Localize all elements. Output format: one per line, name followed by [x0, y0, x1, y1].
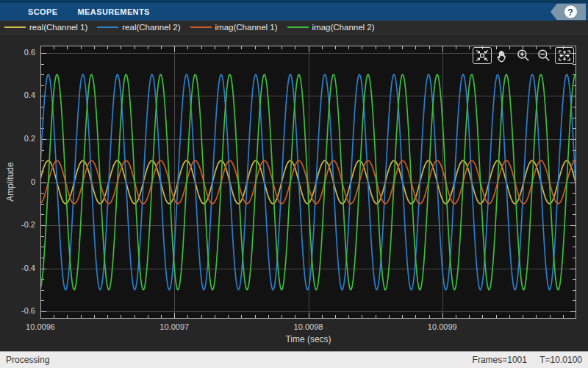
plot-canvas[interactable] — [40, 46, 576, 319]
scale-to-fit-icon — [474, 49, 490, 63]
y-axis-label: Amplitude — [5, 162, 15, 201]
legend-line-swatch — [287, 26, 309, 28]
scale-to-fit-button[interactable] — [473, 47, 492, 64]
frames-counter: Frames=1001 — [473, 355, 527, 365]
legend-line-swatch — [190, 26, 212, 28]
expand-arrows-icon — [556, 49, 573, 63]
x-tick-label: 10.0099 — [428, 322, 457, 331]
question-mark-icon: ? — [564, 6, 577, 18]
legend-entry[interactable]: real(Channel 1) — [4, 23, 87, 32]
y-tick-label: 0.4 — [12, 91, 35, 99]
legend-label: real(Channel 1) — [29, 23, 87, 32]
plot-toolbar — [473, 47, 574, 64]
y-tick-label: -0.2 — [12, 220, 35, 229]
hand-icon — [495, 49, 511, 63]
pan-button[interactable] — [493, 47, 512, 64]
plot-region: Amplitude Time (secs) — [0, 35, 588, 351]
series-imag-channel-2- — [40, 74, 576, 290]
toolstrip-tabs: SCOPEMEASUREMENTS — [28, 3, 150, 21]
legend-bar: real(Channel 1)real(Channel 2)imag(Chann… — [0, 21, 588, 35]
y-tick-label: 0.6 — [12, 48, 35, 57]
legend-line-swatch — [4, 26, 26, 28]
legend-entry[interactable]: real(Channel 2) — [97, 23, 180, 32]
zoom-in-icon — [516, 49, 531, 63]
x-tick-label: 10.0098 — [294, 322, 323, 331]
series-real-channel-2- — [40, 74, 576, 290]
x-tick-label: 10.0096 — [26, 322, 55, 331]
x-tick-label: 10.0097 — [159, 322, 189, 331]
status-bar: Processing Frames=1001 T=10.0100 — [0, 351, 588, 368]
legend-label: imag(Channel 2) — [312, 23, 375, 32]
tab-scope[interactable]: SCOPE — [28, 3, 58, 21]
toolstrip: SCOPEMEASUREMENTS ? — [0, 0, 588, 21]
expand-axes-button[interactable] — [555, 47, 574, 64]
zoom-out-icon — [537, 49, 551, 63]
waveform-plot[interactable] — [40, 46, 576, 319]
y-tick-label: -0.6 — [12, 306, 35, 315]
status-counters: Frames=1001 T=10.0100 — [462, 355, 582, 365]
help-button[interactable]: ? — [551, 4, 586, 21]
zoom-in-button[interactable] — [514, 47, 533, 64]
status-message: Processing — [6, 355, 49, 365]
legend-entry[interactable]: imag(Channel 1) — [190, 23, 278, 32]
time-scope-window: SCOPEMEASUREMENTS ? real(Channel 1)real(… — [0, 0, 588, 368]
legend-entry[interactable]: imag(Channel 2) — [287, 23, 375, 32]
legend-label: imag(Channel 1) — [215, 23, 278, 32]
tab-measurements[interactable]: MEASUREMENTS — [78, 3, 150, 21]
legend-label: real(Channel 2) — [122, 23, 180, 32]
time-counter: T=10.0100 — [539, 355, 582, 365]
y-tick-label: -0.4 — [12, 263, 35, 272]
legend-line-swatch — [97, 26, 118, 28]
zoom-out-button[interactable] — [534, 47, 553, 64]
x-axis-label: Time (secs) — [40, 334, 576, 344]
y-tick-label: 0.2 — [12, 134, 35, 143]
